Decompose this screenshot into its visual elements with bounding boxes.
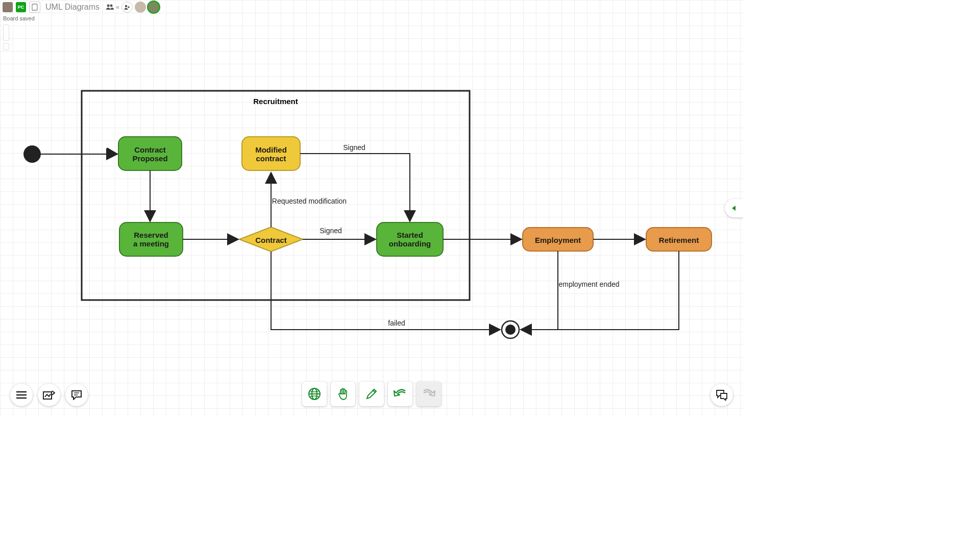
hand-tool[interactable] [331, 382, 355, 406]
avatar-user-1[interactable] [3, 2, 13, 12]
node-employment[interactable]: Employment [523, 228, 593, 251]
node-modified-contract[interactable]: Modifiedcontract [242, 137, 300, 170]
frame-title: Recruitment [253, 97, 298, 106]
node-contract-proposed[interactable]: ContractProposed [118, 137, 182, 170]
frame-recruitment[interactable] [82, 91, 470, 300]
topbar: PC UML Diagrams « [3, 2, 159, 13]
svg-marker-16 [227, 233, 239, 245]
node-label: Reserveda meeting [133, 231, 169, 248]
globe-tool[interactable] [302, 382, 327, 406]
node-label: ContractProposed [132, 145, 167, 163]
node-retirement[interactable]: Retirement [646, 228, 712, 251]
svg-marker-20 [510, 233, 523, 245]
chevron-left-icon[interactable]: « [116, 4, 119, 11]
svg-marker-14 [106, 148, 118, 160]
comments-button[interactable] [65, 384, 88, 406]
chat-button[interactable] [710, 384, 733, 406]
svg-point-1 [107, 5, 110, 7]
node-reserved-meeting[interactable]: Reserveda meeting [119, 222, 183, 256]
board-status: Board saved [3, 15, 35, 21]
svg-marker-23 [489, 324, 501, 336]
collaborator-avatar-1[interactable] [135, 2, 146, 13]
svg-rect-0 [32, 4, 37, 10]
edge-label-employment-ended: employment ended [558, 280, 619, 288]
svg-marker-17 [265, 171, 277, 184]
svg-point-2 [110, 5, 113, 7]
final-node[interactable] [502, 321, 519, 338]
redo-button[interactable] [416, 382, 441, 406]
edge-label-signed1: Signed [343, 143, 365, 152]
edge-retirement-end[interactable] [531, 251, 679, 330]
side-panel-handles[interactable] [3, 24, 9, 70]
svg-marker-22 [520, 324, 532, 336]
board-title[interactable]: UML Diagrams [45, 3, 100, 12]
pencil-tool[interactable] [359, 382, 384, 406]
initial-node[interactable] [23, 145, 41, 163]
undo-button[interactable] [388, 382, 412, 406]
board-icon[interactable] [29, 2, 40, 13]
svg-marker-15 [144, 210, 156, 222]
node-label: Employment [535, 236, 581, 244]
expand-panel-button[interactable] [725, 199, 743, 217]
edge-label-signed2: Signed [320, 227, 342, 235]
export-button[interactable] [38, 384, 60, 406]
members-icon[interactable] [106, 3, 114, 12]
node-label: Retirement [659, 236, 699, 244]
node-started-onboarding[interactable]: Startedonboarding [377, 222, 443, 256]
diagram-svg[interactable]: Recruitment ContractProposed Reserveda m… [0, 0, 743, 416]
svg-marker-18 [404, 210, 416, 222]
svg-point-3 [125, 5, 127, 8]
node-label: Contract [255, 236, 287, 244]
svg-point-12 [505, 325, 516, 335]
svg-marker-19 [364, 233, 377, 245]
menu-button[interactable] [10, 384, 33, 406]
avatar-user-2[interactable]: PC [16, 2, 26, 12]
node-contract-decision[interactable]: Contract [239, 227, 303, 252]
add-user-button[interactable] [121, 2, 133, 13]
node-label: Modifiedcontract [255, 145, 287, 163]
edge-employment-end[interactable] [531, 251, 558, 330]
edge-label-requested: Requested modification [272, 197, 347, 205]
collaborator-avatar-2[interactable] [148, 2, 159, 13]
edge-label-failed: failed [388, 319, 405, 327]
svg-marker-24 [732, 206, 736, 211]
edge-contract-end[interactable] [271, 252, 490, 330]
svg-marker-21 [634, 233, 646, 245]
